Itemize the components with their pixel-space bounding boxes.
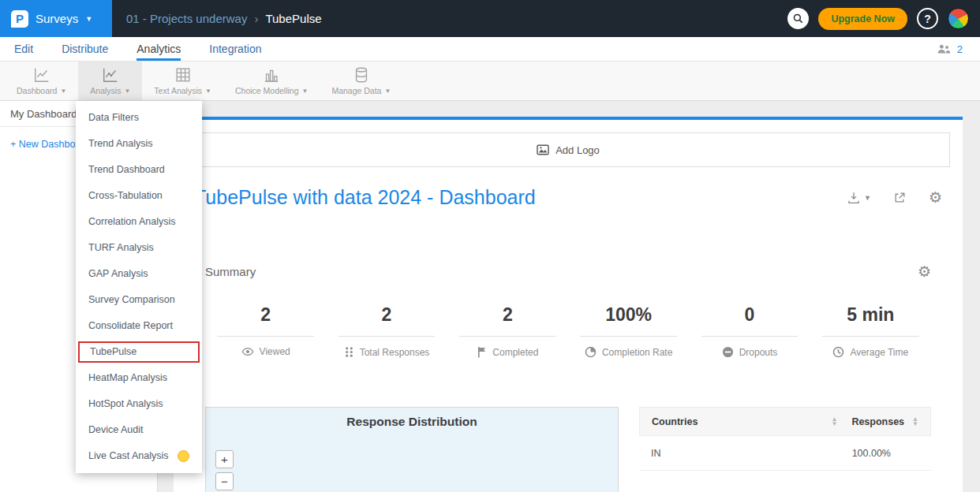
menu-item-heatmap-analysis[interactable]: HeatMap Analysis — [76, 365, 202, 391]
top-bar: P Surveys ▼ 01 - Projects underway › Tub… — [0, 0, 980, 37]
collaborators[interactable]: 2 — [937, 37, 980, 61]
toolbar-item-analysis[interactable]: Analysis▼ — [78, 62, 142, 100]
chevron-down-icon: ▼ — [124, 88, 130, 95]
toolbar-item-label: Manage Data — [331, 86, 381, 95]
stat-label: Dropouts — [739, 347, 778, 358]
toolbar-item-label: Dashboard — [17, 86, 57, 95]
breadcrumb-project-link[interactable]: 01 - Projects underway — [126, 12, 247, 25]
menu-item-correlation-analysis[interactable]: Correlation Analysis — [76, 209, 202, 235]
map-zoom-in-button[interactable]: + — [215, 450, 234, 468]
dashboard-settings-gear-icon[interactable]: ⚙ — [929, 190, 942, 205]
map-zoom-out-button[interactable]: − — [215, 472, 234, 490]
toolbar-item-choice-modelling[interactable]: Choice Modelling▼ — [223, 62, 320, 100]
chevron-down-icon: ▼ — [60, 88, 66, 95]
gauge-icon — [585, 346, 597, 358]
topbar-actions: Upgrade Now ? — [787, 8, 980, 30]
upgrade-now-button[interactable]: Upgrade Now — [818, 8, 907, 30]
dashboard-title-row: TubePulse with data 2024 - Dashboard ▼ ⚙ — [174, 186, 963, 209]
chevron-down-icon: ▼ — [384, 88, 391, 95]
image-icon — [537, 144, 549, 155]
stat-label: Completed — [492, 347, 538, 358]
tab-integration[interactable]: Integration — [209, 37, 261, 61]
stat-dropouts: 0 Dropouts — [689, 304, 810, 358]
response-distribution-title: Response Distribution — [206, 408, 618, 436]
summary-settings-gear-icon[interactable]: ⚙ — [918, 264, 931, 279]
collaborators-count: 2 — [957, 43, 963, 55]
chevron-down-icon: ▼ — [302, 88, 309, 95]
surveys-product-menu[interactable]: P Surveys ▼ — [0, 0, 112, 37]
table-row: IN 100.00% — [639, 436, 931, 471]
search-button[interactable] — [787, 8, 809, 29]
download-button[interactable]: ▼ — [847, 191, 871, 205]
tab-analytics[interactable]: Analytics — [137, 37, 181, 61]
product-menu-label: Surveys — [36, 12, 78, 25]
menu-item-live-cast-analysis[interactable]: Live Cast Analysis — [76, 443, 202, 469]
avatar[interactable] — [948, 8, 969, 29]
clock-icon — [832, 346, 844, 358]
stat-average-time: 5 min Average Time — [810, 304, 931, 358]
people-icon — [937, 43, 952, 54]
sort-responses-icon[interactable]: ▲▼ — [912, 417, 918, 427]
breadcrumb-separator: › — [254, 12, 258, 25]
divider — [701, 336, 799, 337]
analysis-dropdown-menu: Data Filters Trend Analysis Trend Dashbo… — [76, 101, 202, 473]
breadcrumb: 01 - Projects underway › TubePulse — [126, 12, 322, 25]
main-content: Add Logo TubePulse with data 2024 - Dash… — [158, 101, 980, 492]
chevron-down-icon: ▼ — [864, 194, 871, 202]
menu-item-trend-dashboard[interactable]: Trend Dashboard — [76, 157, 202, 183]
stat-completion-rate: 100% Completion Rate — [568, 304, 689, 358]
divider — [339, 336, 436, 337]
divider — [459, 336, 556, 337]
questionpro-logo: P — [11, 10, 28, 28]
countries-table: Countries ▲▼ Responses ▲▼ IN 100.00% — [639, 407, 931, 471]
toolbar-item-label: Text Analysis — [154, 86, 202, 95]
cell-responses: 100.00% — [852, 448, 919, 459]
stat-viewed: 2 Viewed — [205, 304, 326, 358]
column-header-countries[interactable]: Countries — [652, 416, 698, 427]
dashboard-title: TubePulse with data 2024 - Dashboard — [194, 186, 536, 209]
chevron-down-icon: ▼ — [85, 15, 92, 23]
dots-icon — [344, 346, 354, 358]
divider — [217, 336, 314, 337]
chevron-down-icon: ▼ — [205, 88, 211, 95]
help-button[interactable]: ? — [917, 8, 938, 29]
flag-icon — [477, 346, 487, 358]
menu-item-cross-tabulation[interactable]: Cross-Tabulation — [76, 183, 202, 209]
response-distribution-map[interactable]: + − — [206, 436, 618, 492]
tab-distribute[interactable]: Distribute — [62, 37, 108, 61]
add-logo-label: Add Logo — [555, 144, 600, 156]
share-icon — [893, 191, 907, 204]
menu-item-gap-analysis[interactable]: GAP Analysis — [76, 261, 202, 287]
menu-item-device-audit[interactable]: Device Audit — [76, 417, 202, 443]
stat-label: Viewed — [260, 346, 290, 357]
share-button[interactable] — [893, 191, 907, 204]
line-chart-icon — [33, 66, 50, 84]
stat-value: 2 — [260, 304, 271, 326]
toolbar-item-manage-data[interactable]: Manage Data▼ — [320, 62, 402, 100]
stat-label: Total Responses — [360, 347, 430, 358]
toolbar-item-text-analysis[interactable]: Text Analysis▼ — [142, 62, 223, 100]
sort-countries-icon[interactable]: ▲▼ — [831, 417, 837, 427]
menu-item-hotspot-analysis[interactable]: HotSpot Analysis — [76, 391, 202, 417]
menu-item-turf-analysis[interactable]: TURF Analysis — [76, 235, 202, 261]
stat-label: Average Time — [850, 347, 908, 358]
stat-value: 2 — [503, 304, 513, 326]
menu-item-consolidate-report[interactable]: Consolidate Report — [76, 313, 202, 339]
search-icon — [792, 13, 804, 24]
breadcrumb-current: TubePulse — [265, 12, 321, 25]
menu-item-survey-comparison[interactable]: Survey Comparison — [76, 287, 202, 313]
analytics-toolbar: Dashboard▼ Analysis▼ Text Analysis▼ Choi… — [0, 62, 980, 101]
stat-value: 0 — [745, 304, 755, 326]
add-logo-button[interactable]: Add Logo — [186, 132, 950, 167]
toolbar-item-dashboard[interactable]: Dashboard▼ — [5, 62, 78, 100]
menu-item-trend-analysis[interactable]: Trend Analysis — [76, 131, 202, 157]
grid-table-icon — [174, 66, 192, 84]
tab-edit[interactable]: Edit — [14, 37, 33, 61]
database-icon — [353, 66, 370, 84]
menu-item-tubepulse[interactable]: TubePulse — [78, 341, 200, 363]
stat-label: Completion Rate — [602, 347, 672, 358]
dashboard-card: Add Logo TubePulse with data 2024 - Dash… — [174, 117, 963, 492]
divider — [580, 336, 677, 337]
menu-item-data-filters[interactable]: Data Filters — [76, 105, 202, 131]
column-header-responses[interactable]: Responses — [851, 416, 904, 427]
